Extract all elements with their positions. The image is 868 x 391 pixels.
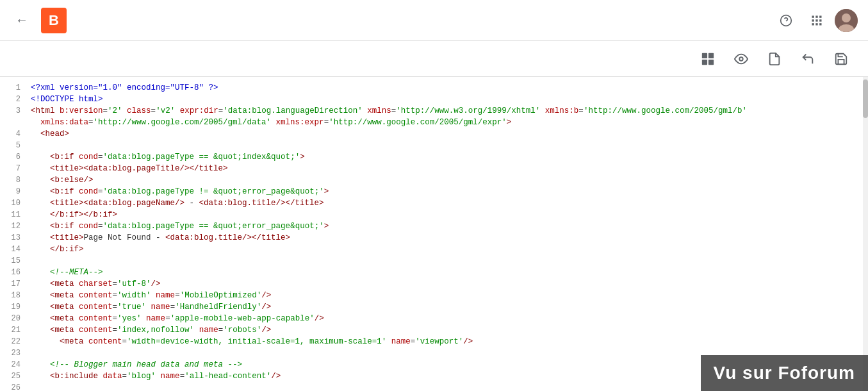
restore-button[interactable]: [763, 47, 786, 71]
code-editor: 1 2 3 4 5 6 7 8 9 10 11 12 13 14 15 16 1…: [0, 77, 868, 391]
svg-rect-2: [812, 15, 814, 17]
preview-button[interactable]: [730, 47, 753, 71]
scrollbar[interactable]: [863, 77, 868, 391]
help-button[interactable]: [773, 8, 799, 33]
svg-rect-4: [819, 15, 821, 17]
preview-layout-button[interactable]: [696, 47, 719, 71]
svg-rect-10: [819, 23, 821, 25]
svg-rect-8: [812, 23, 814, 25]
svg-point-18: [739, 57, 743, 61]
svg-rect-9: [815, 23, 817, 25]
svg-rect-16: [702, 59, 707, 64]
svg-rect-15: [708, 53, 714, 58]
user-avatar[interactable]: [835, 9, 858, 32]
svg-rect-17: [708, 59, 714, 64]
line-numbers: 1 2 3 4 5 6 7 8 9 10 11 12 13 14 15 16 1…: [0, 77, 26, 391]
svg-rect-5: [812, 19, 814, 21]
top-navigation: ← B: [0, 0, 868, 41]
editor-toolbar: [0, 41, 868, 77]
blogger-logo: B: [41, 8, 67, 33]
svg-rect-14: [702, 53, 707, 58]
svg-rect-3: [815, 15, 817, 17]
watermark: Vu sur Foforum: [701, 355, 868, 391]
nav-right: [773, 8, 858, 33]
svg-rect-6: [815, 19, 817, 21]
undo-button[interactable]: [796, 47, 819, 71]
scrollbar-thumb[interactable]: [863, 79, 868, 118]
nav-left: ← B: [10, 8, 67, 33]
code-text-area[interactable]: <?xml version="1.0" encoding="UTF-8" ?> …: [26, 77, 863, 391]
apps-button[interactable]: [804, 8, 830, 33]
svg-point-12: [842, 13, 851, 22]
save-button[interactable]: [830, 47, 853, 71]
back-button[interactable]: ←: [10, 8, 33, 33]
svg-rect-7: [819, 19, 821, 21]
